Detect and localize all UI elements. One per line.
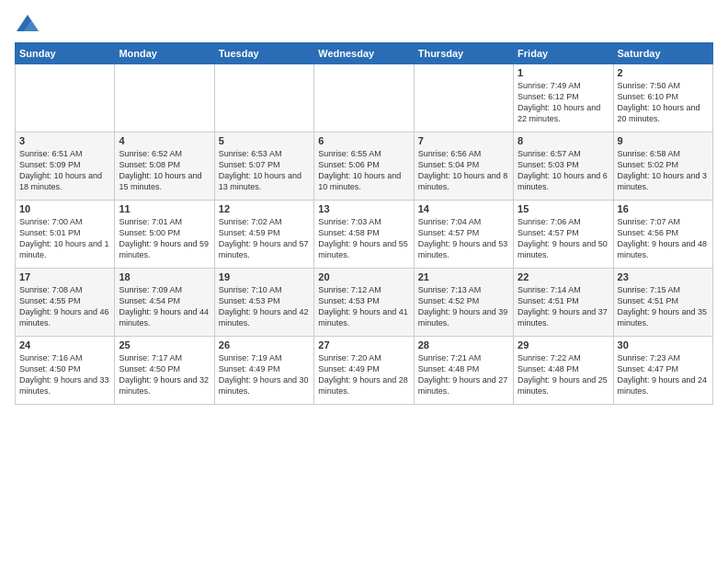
day-number: 16 (618, 203, 709, 214)
day-number: 4 (119, 135, 210, 146)
cell-content: Sunrise: 7:12 AM Sunset: 4:53 PM Dayligh… (318, 284, 409, 329)
cell-content: Sunrise: 7:15 AM Sunset: 4:51 PM Dayligh… (618, 284, 709, 329)
day-number: 13 (318, 203, 409, 214)
calendar-cell (414, 64, 513, 132)
cell-content: Sunrise: 7:04 AM Sunset: 4:57 PM Dayligh… (418, 216, 509, 261)
calendar: SundayMondayTuesdayWednesdayThursdayFrid… (15, 42, 713, 405)
cell-content: Sunrise: 7:10 AM Sunset: 4:53 PM Dayligh… (219, 284, 310, 329)
day-number: 25 (119, 339, 210, 350)
cell-content: Sunrise: 6:53 AM Sunset: 5:07 PM Dayligh… (219, 148, 310, 193)
cell-content: Sunrise: 7:02 AM Sunset: 4:59 PM Dayligh… (219, 216, 310, 261)
day-number: 17 (19, 271, 110, 282)
calendar-cell: 26Sunrise: 7:19 AM Sunset: 4:49 PM Dayli… (214, 337, 313, 405)
cell-content: Sunrise: 6:55 AM Sunset: 5:06 PM Dayligh… (318, 148, 409, 193)
calendar-cell: 19Sunrise: 7:10 AM Sunset: 4:53 PM Dayli… (214, 269, 313, 337)
calendar-cell: 24Sunrise: 7:16 AM Sunset: 4:50 PM Dayli… (16, 337, 115, 405)
cell-content: Sunrise: 7:21 AM Sunset: 4:48 PM Dayligh… (418, 352, 509, 397)
calendar-cell: 15Sunrise: 7:06 AM Sunset: 4:57 PM Dayli… (514, 201, 613, 269)
calendar-header-row: SundayMondayTuesdayWednesdayThursdayFrid… (16, 43, 713, 64)
header-saturday: Saturday (613, 43, 712, 64)
day-number: 14 (418, 203, 509, 214)
week-row-4: 24Sunrise: 7:16 AM Sunset: 4:50 PM Dayli… (16, 337, 713, 405)
cell-content: Sunrise: 7:17 AM Sunset: 4:50 PM Dayligh… (119, 352, 210, 397)
calendar-cell: 17Sunrise: 7:08 AM Sunset: 4:55 PM Dayli… (16, 269, 115, 337)
calendar-cell (16, 64, 115, 132)
calendar-cell: 28Sunrise: 7:21 AM Sunset: 4:48 PM Dayli… (414, 337, 513, 405)
day-number: 22 (518, 271, 609, 282)
calendar-cell: 4Sunrise: 6:52 AM Sunset: 5:08 PM Daylig… (115, 132, 214, 201)
day-number: 23 (618, 271, 709, 282)
cell-content: Sunrise: 7:49 AM Sunset: 6:12 PM Dayligh… (518, 80, 609, 125)
day-number: 30 (618, 339, 709, 350)
calendar-cell: 30Sunrise: 7:23 AM Sunset: 4:47 PM Dayli… (613, 337, 712, 405)
cell-content: Sunrise: 6:51 AM Sunset: 5:09 PM Dayligh… (19, 148, 110, 193)
calendar-cell: 5Sunrise: 6:53 AM Sunset: 5:07 PM Daylig… (214, 132, 313, 201)
header-monday: Monday (115, 43, 214, 64)
calendar-cell: 13Sunrise: 7:03 AM Sunset: 4:58 PM Dayli… (314, 201, 414, 269)
cell-content: Sunrise: 7:14 AM Sunset: 4:51 PM Dayligh… (518, 284, 609, 329)
calendar-cell: 3Sunrise: 6:51 AM Sunset: 5:09 PM Daylig… (16, 132, 115, 201)
cell-content: Sunrise: 7:00 AM Sunset: 5:01 PM Dayligh… (19, 216, 110, 261)
header (15, 11, 713, 37)
cell-content: Sunrise: 7:19 AM Sunset: 4:49 PM Dayligh… (219, 352, 310, 397)
calendar-cell (314, 64, 414, 132)
calendar-cell: 9Sunrise: 6:58 AM Sunset: 5:02 PM Daylig… (613, 132, 712, 201)
day-number: 26 (219, 339, 310, 350)
calendar-cell: 2Sunrise: 7:50 AM Sunset: 6:10 PM Daylig… (613, 64, 712, 132)
day-number: 10 (19, 203, 110, 214)
day-number: 28 (418, 339, 509, 350)
day-number: 1 (518, 67, 609, 78)
logo-icon (15, 11, 40, 37)
day-number: 24 (19, 339, 110, 350)
day-number: 2 (618, 67, 709, 78)
week-row-3: 17Sunrise: 7:08 AM Sunset: 4:55 PM Dayli… (16, 269, 713, 337)
day-number: 12 (219, 203, 310, 214)
day-number: 8 (518, 135, 609, 146)
day-number: 3 (19, 135, 110, 146)
day-number: 9 (618, 135, 709, 146)
day-number: 18 (119, 271, 210, 282)
calendar-cell: 1Sunrise: 7:49 AM Sunset: 6:12 PM Daylig… (514, 64, 613, 132)
day-number: 5 (219, 135, 310, 146)
cell-content: Sunrise: 7:16 AM Sunset: 4:50 PM Dayligh… (19, 352, 110, 397)
cell-content: Sunrise: 6:58 AM Sunset: 5:02 PM Dayligh… (618, 148, 709, 193)
cell-content: Sunrise: 7:50 AM Sunset: 6:10 PM Dayligh… (618, 80, 709, 125)
calendar-cell: 25Sunrise: 7:17 AM Sunset: 4:50 PM Dayli… (115, 337, 214, 405)
cell-content: Sunrise: 7:01 AM Sunset: 5:00 PM Dayligh… (119, 216, 210, 261)
page: SundayMondayTuesdayWednesdayThursdayFrid… (0, 0, 728, 412)
week-row-1: 3Sunrise: 6:51 AM Sunset: 5:09 PM Daylig… (16, 132, 713, 201)
week-row-0: 1Sunrise: 7:49 AM Sunset: 6:12 PM Daylig… (16, 64, 713, 132)
cell-content: Sunrise: 7:22 AM Sunset: 4:48 PM Dayligh… (518, 352, 609, 397)
calendar-cell (115, 64, 214, 132)
calendar-cell: 22Sunrise: 7:14 AM Sunset: 4:51 PM Dayli… (514, 269, 613, 337)
cell-content: Sunrise: 6:57 AM Sunset: 5:03 PM Dayligh… (518, 148, 609, 193)
calendar-cell: 7Sunrise: 6:56 AM Sunset: 5:04 PM Daylig… (414, 132, 513, 201)
cell-content: Sunrise: 7:13 AM Sunset: 4:52 PM Dayligh… (418, 284, 509, 329)
logo (15, 11, 44, 37)
day-number: 11 (119, 203, 210, 214)
calendar-cell: 20Sunrise: 7:12 AM Sunset: 4:53 PM Dayli… (314, 269, 414, 337)
calendar-cell: 27Sunrise: 7:20 AM Sunset: 4:49 PM Dayli… (314, 337, 414, 405)
cell-content: Sunrise: 7:03 AM Sunset: 4:58 PM Dayligh… (318, 216, 409, 261)
cell-content: Sunrise: 7:08 AM Sunset: 4:55 PM Dayligh… (19, 284, 110, 329)
calendar-cell: 18Sunrise: 7:09 AM Sunset: 4:54 PM Dayli… (115, 269, 214, 337)
calendar-cell: 6Sunrise: 6:55 AM Sunset: 5:06 PM Daylig… (314, 132, 414, 201)
calendar-cell: 16Sunrise: 7:07 AM Sunset: 4:56 PM Dayli… (613, 201, 712, 269)
calendar-cell (214, 64, 313, 132)
day-number: 6 (318, 135, 409, 146)
cell-content: Sunrise: 7:07 AM Sunset: 4:56 PM Dayligh… (618, 216, 709, 261)
cell-content: Sunrise: 6:56 AM Sunset: 5:04 PM Dayligh… (418, 148, 509, 193)
cell-content: Sunrise: 7:23 AM Sunset: 4:47 PM Dayligh… (618, 352, 709, 397)
day-number: 29 (518, 339, 609, 350)
cell-content: Sunrise: 6:52 AM Sunset: 5:08 PM Dayligh… (119, 148, 210, 193)
calendar-cell: 12Sunrise: 7:02 AM Sunset: 4:59 PM Dayli… (214, 201, 313, 269)
day-number: 21 (418, 271, 509, 282)
cell-content: Sunrise: 7:09 AM Sunset: 4:54 PM Dayligh… (119, 284, 210, 329)
calendar-cell: 29Sunrise: 7:22 AM Sunset: 4:48 PM Dayli… (514, 337, 613, 405)
calendar-cell: 11Sunrise: 7:01 AM Sunset: 5:00 PM Dayli… (115, 201, 214, 269)
day-number: 15 (518, 203, 609, 214)
cell-content: Sunrise: 7:20 AM Sunset: 4:49 PM Dayligh… (318, 352, 409, 397)
header-wednesday: Wednesday (314, 43, 414, 64)
week-row-2: 10Sunrise: 7:00 AM Sunset: 5:01 PM Dayli… (16, 201, 713, 269)
calendar-cell: 14Sunrise: 7:04 AM Sunset: 4:57 PM Dayli… (414, 201, 513, 269)
